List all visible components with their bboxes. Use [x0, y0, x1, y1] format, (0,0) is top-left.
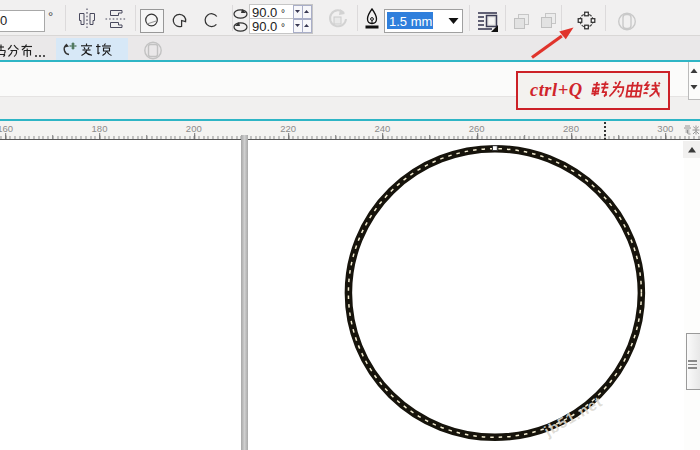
svg-text:jb51.net: jb51.net: [540, 392, 605, 440]
